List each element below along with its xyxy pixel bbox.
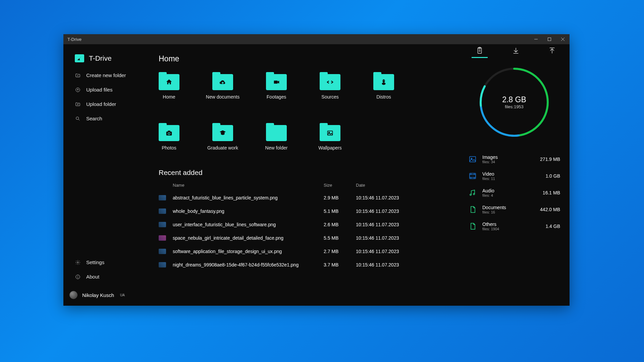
file-thumb-icon <box>159 235 166 241</box>
svg-point-20 <box>383 80 383 81</box>
search-icon <box>75 116 81 121</box>
col-size: Size <box>324 183 356 188</box>
minimize-button[interactable] <box>529 34 543 44</box>
sidebar-action-upload-folder[interactable]: Upload folder <box>75 101 147 107</box>
category-documents[interactable]: Documentsfiles: 16442.0 MB <box>468 205 560 214</box>
category-name: Documents <box>482 205 535 210</box>
file-thumb-icon <box>159 249 166 254</box>
file-date: 10:15:46 11.07.2023 <box>356 262 416 267</box>
table-row[interactable]: night_dreams_99908ae8-15de-4f67-b24d-f55… <box>159 258 420 272</box>
table-row[interactable]: user_interface_futuristic_blue_lines_sof… <box>159 218 420 231</box>
graduation-icon <box>212 125 233 141</box>
sidebar-action-upload-file[interactable]: Upload files <box>75 87 147 93</box>
folder-label: New folder <box>265 145 288 150</box>
svg-rect-16 <box>274 80 278 83</box>
file-size: 3.7 MB <box>324 262 356 267</box>
upload-file-icon <box>75 87 81 93</box>
tab-upload-icon[interactable] <box>544 47 560 58</box>
folder-sources[interactable]: Sources <box>320 74 340 100</box>
file-date: 10:15:46 11.07.2023 <box>356 235 416 241</box>
folder-label: Sources <box>321 94 338 100</box>
titlebar[interactable]: T-Drive <box>63 34 570 44</box>
file-size: 2.6 MB <box>324 222 356 227</box>
user-badge: UA <box>120 293 125 297</box>
category-name: Others <box>482 222 540 227</box>
page-title: Home <box>159 54 462 63</box>
file-date: 10:15:46 11.07.2023 <box>356 195 416 200</box>
svg-rect-42 <box>470 173 476 179</box>
folder-footages[interactable]: Footages <box>266 74 287 100</box>
folder-icon <box>212 74 233 90</box>
user-row[interactable]: Nikolay Kusch UA <box>69 291 147 299</box>
table-row[interactable]: software_application_file_storage_design… <box>159 245 420 258</box>
table-row[interactable]: space_nebula_girl_intricate_detail_detai… <box>159 231 420 245</box>
sidebar-info[interactable]: About <box>75 274 147 280</box>
folder-photos[interactable]: Photos <box>159 125 179 150</box>
tab-download-icon[interactable] <box>508 47 524 58</box>
folder-label: Graduate work <box>207 145 238 150</box>
category-images[interactable]: Imagesfiles: 34271.9 MB <box>468 155 560 164</box>
sidebar-action-label: Search <box>86 116 102 121</box>
category-files: files: 16 <box>482 210 535 214</box>
folder-home[interactable]: Home <box>159 74 179 100</box>
file-thumb-icon <box>159 208 166 214</box>
svg-rect-26 <box>328 131 333 135</box>
cloud-icon <box>212 74 233 90</box>
storage-ring: 2.8 GB files:1953 <box>478 66 550 138</box>
sidebar-gear[interactable]: Settings <box>75 259 147 265</box>
folder-wallpapers[interactable]: Wallpapers <box>320 125 340 150</box>
file-size: 5.5 MB <box>324 235 356 241</box>
folder-icon <box>373 74 394 90</box>
category-files: files: 34 <box>482 160 535 164</box>
app-window: T-Drive T-Drive Create new folderUpload … <box>63 34 570 306</box>
category-video[interactable]: Videofiles: 111.0 GB <box>468 171 560 181</box>
code-icon <box>320 74 340 90</box>
home-icon <box>159 74 179 90</box>
svg-rect-25 <box>168 131 170 132</box>
right-panel: 2.8 GB files:1953 Imagesfiles: 34271.9 M… <box>462 44 570 306</box>
sidebar-bottom-label: About <box>86 274 99 280</box>
maximize-button[interactable] <box>543 34 556 44</box>
folder-label: New documents <box>206 94 239 100</box>
folder-new-folder[interactable]: New folder <box>266 125 287 150</box>
folder-plus-icon <box>75 73 81 78</box>
folder-graduate-work[interactable]: Graduate work <box>212 125 233 150</box>
folder-icon <box>212 125 233 141</box>
close-button[interactable] <box>556 34 570 44</box>
svg-point-18 <box>382 79 385 82</box>
file-date: 10:15:46 11.07.2023 <box>356 208 416 214</box>
col-date: Date <box>356 183 416 188</box>
category-others[interactable]: Othersfiles: 19041.4 GB <box>468 222 560 231</box>
file-thumb-icon <box>159 262 166 267</box>
sidebar-action-folder-plus[interactable]: Create new folder <box>75 72 147 78</box>
svg-rect-40 <box>470 157 476 162</box>
table-row[interactable]: whole_body_fantasy.png5.1 MB10:15:46 11.… <box>159 204 420 218</box>
category-name: Video <box>482 171 540 177</box>
category-files: files: 4 <box>482 193 537 197</box>
sidebar: T-Drive Create new folderUpload filesUpl… <box>63 44 151 306</box>
folder-new-documents[interactable]: New documents <box>212 74 233 100</box>
folder-icon <box>320 74 340 90</box>
folder-distros[interactable]: Distros <box>373 74 394 100</box>
folder-label: Photos <box>162 145 176 150</box>
category-size: 442.0 MB <box>540 207 560 212</box>
category-size: 271.9 MB <box>540 157 560 162</box>
category-audio[interactable]: Audiofiles: 416.1 MB <box>468 188 560 197</box>
file-name: night_dreams_99908ae8-15de-4f67-b24d-f55… <box>173 262 324 267</box>
tab-clipboard-icon[interactable] <box>472 47 488 58</box>
file-name: space_nebula_girl_intricate_detail_detai… <box>173 235 324 241</box>
category-name: Audio <box>482 188 537 193</box>
sidebar-action-search[interactable]: Search <box>75 116 147 121</box>
gear-icon <box>75 260 81 265</box>
file-name: whole_body_fantasy.png <box>173 208 324 214</box>
svg-point-11 <box>77 262 78 263</box>
documents-icon <box>468 205 477 214</box>
table-row[interactable]: abstract_futuristic_blue_lines_particle_… <box>159 191 420 204</box>
svg-point-9 <box>76 117 79 119</box>
file-size: 2.7 MB <box>324 249 356 254</box>
upload-folder-icon <box>75 102 81 107</box>
others-icon <box>468 222 477 231</box>
folder-icon <box>266 125 287 141</box>
file-thumb-icon <box>159 195 166 200</box>
sidebar-bottom-label: Settings <box>86 259 104 265</box>
